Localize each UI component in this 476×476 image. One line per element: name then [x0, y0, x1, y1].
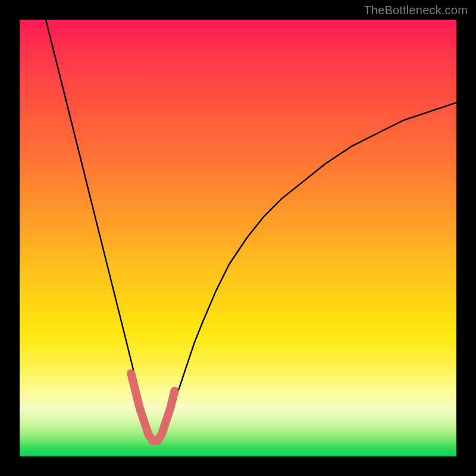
curve-svg	[20, 20, 456, 456]
plot-area	[20, 20, 456, 456]
bottleneck-curve	[46, 20, 456, 443]
highlight-band	[131, 374, 174, 441]
watermark-text: TheBottleneck.com	[364, 4, 468, 17]
chart-stage: TheBottleneck.com	[0, 0, 476, 476]
